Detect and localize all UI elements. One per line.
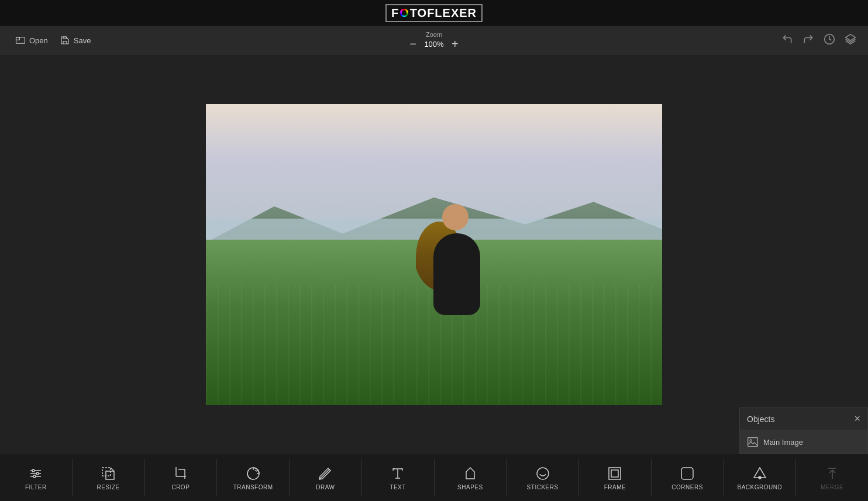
frame-icon <box>607 465 623 482</box>
tool-transform[interactable]: TRANSFORM <box>217 454 289 501</box>
objects-panel: Objects × Main Image <box>739 407 868 454</box>
logo-rest: TOFLEXER <box>410 6 477 20</box>
text-label: TEXT <box>390 484 406 490</box>
tool-resize[interactable]: RESIZE <box>73 454 144 501</box>
svg-line-14 <box>111 468 114 471</box>
zoom-in-button[interactable]: + <box>452 38 459 50</box>
tool-stickers[interactable]: STICKERS <box>507 454 578 501</box>
logo-o: O <box>399 6 409 20</box>
person-head <box>442 204 469 230</box>
save-icon <box>60 35 70 46</box>
logo-f: F <box>391 6 398 20</box>
draw-label: DRAW <box>316 484 335 490</box>
merge-label: MERGE <box>821 484 843 490</box>
svg-rect-12 <box>102 468 111 476</box>
text-icon <box>390 465 406 482</box>
objects-title: Objects <box>747 414 774 424</box>
tool-shapes[interactable]: SHAPES <box>435 454 507 501</box>
undo-button[interactable] <box>779 31 795 50</box>
photo-canvas <box>206 104 662 405</box>
objects-close-button[interactable]: × <box>854 413 860 425</box>
tool-frame[interactable]: FRAME <box>579 454 651 501</box>
objects-main-image-label: Main Image <box>763 438 803 447</box>
filter-icon <box>27 465 44 482</box>
svg-point-11 <box>33 475 36 478</box>
svg-rect-1 <box>16 37 25 44</box>
tool-text[interactable]: TEXT <box>362 454 434 501</box>
corners-icon <box>679 465 695 482</box>
svg-rect-27 <box>609 468 621 479</box>
svg-point-5 <box>750 440 752 441</box>
app-logo: F O TOFLEXER <box>385 4 483 22</box>
draw-icon <box>317 465 333 482</box>
resize-icon <box>100 465 116 482</box>
transform-label: TRANSFORM <box>233 484 273 490</box>
tool-crop[interactable]: CROP <box>145 454 217 501</box>
image-icon <box>747 436 759 448</box>
person-figure <box>433 233 480 315</box>
svg-point-10 <box>36 472 39 475</box>
transform-icon <box>245 465 261 482</box>
svg-rect-0 <box>16 37 20 40</box>
background-label: BACKGROUND <box>738 484 783 490</box>
shapes-icon <box>462 465 478 482</box>
frame-label: FRAME <box>604 484 626 490</box>
svg-point-31 <box>759 476 761 479</box>
crop-icon <box>173 465 189 482</box>
canvas-area: Objects × Main Image <box>0 55 868 454</box>
open-button[interactable]: Open <box>9 33 54 48</box>
svg-marker-23 <box>466 468 474 479</box>
background-icon <box>752 465 768 482</box>
layers-button[interactable] <box>842 31 859 50</box>
person-body <box>433 233 480 315</box>
objects-main-image-item[interactable]: Main Image <box>740 430 867 454</box>
stickers-icon <box>535 465 551 482</box>
corners-label: CORNERS <box>671 484 703 490</box>
svg-rect-29 <box>681 468 693 479</box>
tool-draw[interactable]: DRAW <box>290 454 361 501</box>
svg-rect-4 <box>748 438 758 447</box>
merge-icon <box>824 465 841 482</box>
objects-panel-header: Objects × <box>740 408 867 430</box>
open-icon <box>15 35 26 46</box>
history-button[interactable] <box>821 31 838 50</box>
svg-line-22 <box>320 469 329 479</box>
open-label: Open <box>29 36 48 45</box>
svg-rect-13 <box>106 471 114 479</box>
save-label: Save <box>74 36 91 45</box>
tool-corners[interactable]: CORNERS <box>652 454 724 501</box>
tool-filter[interactable]: FILTER <box>0 454 72 501</box>
zoom-value: 100% <box>422 40 446 49</box>
svg-rect-28 <box>611 470 618 477</box>
zoom-out-button[interactable]: − <box>409 38 416 50</box>
bottom-toolbar: FILTER RESIZE CROP <box>0 454 868 501</box>
shapes-label: SHAPES <box>457 484 483 490</box>
svg-point-9 <box>32 469 35 472</box>
stickers-label: STICKERS <box>527 484 559 490</box>
redo-button[interactable] <box>800 31 817 50</box>
tool-background[interactable]: BACKGROUND <box>724 454 796 501</box>
crop-label: CROP <box>171 484 190 490</box>
filter-label: FILTER <box>25 484 47 490</box>
svg-point-24 <box>537 468 549 479</box>
tool-merge: MERGE <box>796 454 868 501</box>
save-button[interactable]: Save <box>54 33 97 48</box>
zoom-control: Zoom − 100% + <box>409 31 458 50</box>
resize-label: RESIZE <box>97 484 120 490</box>
zoom-label: Zoom <box>426 31 442 38</box>
